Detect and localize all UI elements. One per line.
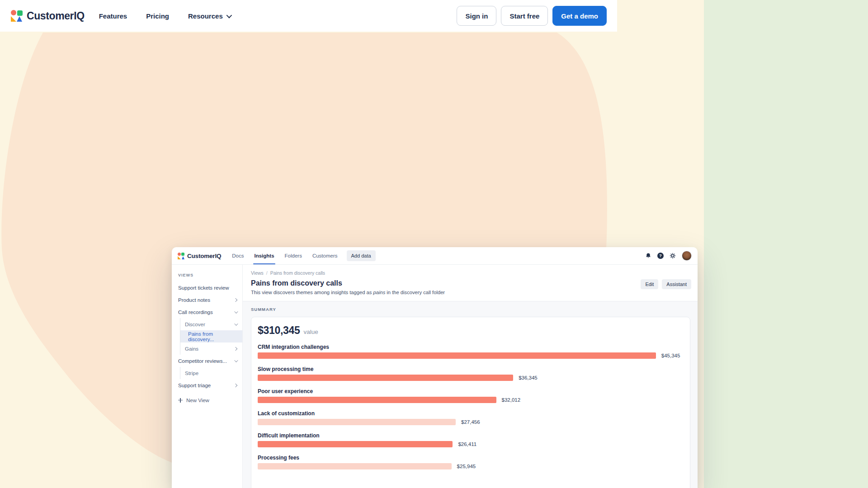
breadcrumb-root[interactable]: Views bbox=[251, 270, 264, 276]
nav-link[interactable]: Pricing bbox=[146, 12, 169, 20]
nav-link-label: Pricing bbox=[146, 12, 169, 20]
help-icon[interactable]: ? bbox=[657, 253, 664, 259]
summary-section: SUMMARY $310,345 value CRM integration c… bbox=[243, 301, 698, 488]
marketing-navbar: CustomerIQ Features Pricing Resources Si… bbox=[0, 0, 617, 32]
nav-link-label: Features bbox=[99, 12, 127, 20]
app-tab[interactable]: Folders bbox=[285, 247, 302, 264]
view-action-label: Edit bbox=[645, 282, 654, 287]
app-tab[interactable]: Customers bbox=[312, 247, 338, 264]
chevron-icon bbox=[234, 358, 238, 362]
marketing-nav-actions: Sign in Start free Get a demo bbox=[457, 6, 607, 26]
customeriq-logo[interactable]: CustomerIQ bbox=[11, 10, 85, 22]
logo-square-green bbox=[17, 10, 23, 16]
bar-value: $25,945 bbox=[457, 464, 476, 469]
bar-chart: CRM integration challenges $45,345 Slow … bbox=[258, 344, 684, 469]
chevron-icon bbox=[234, 347, 237, 350]
bar-label: CRM integration challenges bbox=[258, 344, 684, 350]
logo-triangle-blue bbox=[17, 16, 22, 22]
app-logo-icon bbox=[178, 253, 184, 259]
sidebar-item[interactable]: Call recordings bbox=[172, 306, 242, 318]
bar[interactable] bbox=[258, 441, 453, 447]
avatar[interactable] bbox=[682, 251, 692, 261]
bar-label: Slow processing time bbox=[258, 366, 684, 372]
app-header: CustomerIQ Docs Insights Folders Custome… bbox=[172, 247, 698, 265]
app-window: CustomerIQ Docs Insights Folders Custome… bbox=[172, 247, 698, 488]
chevron-icon bbox=[234, 383, 237, 387]
app-tab[interactable]: Docs bbox=[232, 247, 244, 264]
app-tab-label: Insights bbox=[254, 253, 274, 258]
plus-icon bbox=[178, 398, 183, 403]
view-action-button[interactable]: Edit bbox=[641, 279, 658, 289]
bar-row: Processing fees $25,945 bbox=[258, 455, 684, 469]
sidebar-item-label: Gains bbox=[185, 346, 198, 352]
total-value-block: $310,345 value bbox=[258, 324, 684, 337]
app-tab-label: Folders bbox=[285, 253, 302, 258]
bar[interactable] bbox=[258, 375, 513, 381]
bar-row: Poor user experience $32,012 bbox=[258, 388, 684, 403]
bell-icon[interactable] bbox=[645, 253, 651, 259]
sidebar-item-label: Support tickets review bbox=[178, 285, 229, 291]
sidebar-item[interactable]: Support triage bbox=[172, 379, 242, 391]
bar-label: Poor user experience bbox=[258, 388, 684, 394]
sidebar-item[interactable]: Product notes bbox=[172, 294, 242, 306]
bar[interactable] bbox=[258, 419, 456, 425]
total-caption: value bbox=[304, 328, 318, 335]
bar-value: $45,345 bbox=[661, 353, 680, 358]
breadcrumb: Views / Pains from discovery calls bbox=[251, 270, 690, 276]
sidebar-section-label: VIEWS bbox=[172, 269, 242, 282]
page: CustomerIQ Features Pricing Resources Si… bbox=[0, 0, 868, 488]
chevron-icon bbox=[234, 322, 238, 325]
sidebar-item[interactable]: Discover bbox=[180, 318, 242, 330]
bar[interactable] bbox=[258, 397, 496, 403]
sidebar-item-label: Call recordings bbox=[178, 310, 213, 315]
sidebar-item-label: Product notes bbox=[178, 297, 210, 303]
nav-action-button[interactable]: Sign in bbox=[457, 6, 496, 26]
app-header-icons: ? bbox=[645, 251, 692, 261]
gear-icon[interactable] bbox=[670, 253, 676, 259]
sidebar-item[interactable]: Gains bbox=[180, 343, 242, 355]
nav-action-button[interactable]: Start free bbox=[501, 6, 548, 26]
logo-circle-coral bbox=[11, 10, 16, 15]
bar-value: $36,345 bbox=[519, 375, 538, 380]
background-green-band bbox=[704, 0, 868, 488]
app-logo-text: CustomerIQ bbox=[187, 253, 221, 259]
bar-value: $26,411 bbox=[458, 441, 476, 447]
sidebar-list: Support tickets review Product notes Cal… bbox=[172, 282, 242, 406]
nav-link[interactable]: Resources bbox=[188, 12, 231, 20]
sidebar-item[interactable]: New View bbox=[172, 394, 242, 406]
view-action-button[interactable]: Assistant bbox=[662, 279, 691, 289]
logo-text: CustomerIQ bbox=[27, 10, 85, 22]
nav-action-button[interactable]: Get a demo bbox=[552, 6, 607, 26]
app-tab-label: Docs bbox=[232, 253, 244, 258]
sidebar-item-label: Support triage bbox=[178, 383, 211, 388]
bar-row: Lack of customization $27,456 bbox=[258, 410, 684, 425]
sidebar-item-label: Pains from discovery... bbox=[188, 331, 237, 342]
sidebar-item-label: New View bbox=[186, 398, 209, 403]
nav-link-label: Resources bbox=[188, 12, 223, 20]
marketing-nav-links: Features Pricing Resources bbox=[99, 12, 231, 20]
sidebar: VIEWS Support tickets review Product not… bbox=[172, 265, 243, 488]
bar-value: $32,012 bbox=[502, 397, 521, 403]
app-body: VIEWS Support tickets review Product not… bbox=[172, 265, 698, 488]
breadcrumb-separator: / bbox=[266, 270, 268, 276]
sidebar-item[interactable]: Competitor reviews... bbox=[172, 355, 242, 367]
app-tabs: Docs Insights Folders Customers bbox=[232, 247, 337, 264]
chevron-icon bbox=[234, 310, 238, 313]
sidebar-item[interactable]: Support tickets review bbox=[172, 282, 242, 294]
nav-link[interactable]: Features bbox=[99, 12, 127, 20]
page-subtitle: This view discovers themes among insight… bbox=[251, 290, 690, 295]
app-logo[interactable]: CustomerIQ bbox=[178, 253, 221, 259]
app-tab[interactable]: Insights bbox=[254, 247, 274, 264]
sidebar-item[interactable]: Stripe bbox=[180, 367, 242, 379]
bar[interactable] bbox=[258, 463, 452, 469]
sidebar-item[interactable]: Pains from discovery... bbox=[180, 330, 242, 343]
chevron-down-icon bbox=[226, 12, 232, 18]
logo-triangle-yellow bbox=[11, 16, 16, 22]
bar-label: Processing fees bbox=[258, 455, 684, 461]
add-data-button[interactable]: Add data bbox=[347, 250, 376, 261]
page-title: Pains from discovery calls bbox=[251, 279, 690, 287]
bar[interactable] bbox=[258, 352, 656, 359]
bar-row: CRM integration challenges $45,345 bbox=[258, 344, 684, 359]
sidebar-item-label: Discover bbox=[185, 322, 205, 327]
app-tab-label: Customers bbox=[312, 253, 338, 258]
